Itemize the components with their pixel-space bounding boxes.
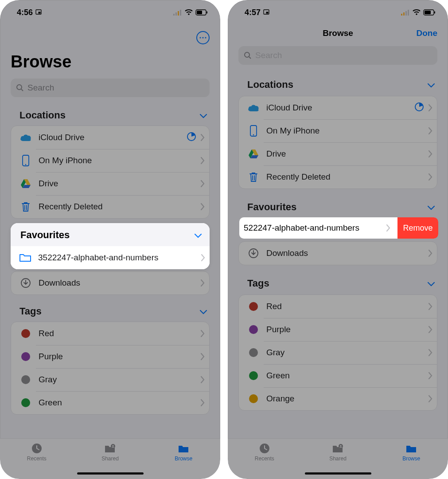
row-drive[interactable]: Drive <box>239 142 437 165</box>
row-tag-purple[interactable]: Purple <box>239 318 437 341</box>
done-button[interactable]: Done <box>417 28 438 38</box>
svg-point-11 <box>202 37 203 38</box>
row-tag-green[interactable]: Green <box>11 391 209 414</box>
row-label: 3522247-alphabet-and-numbers <box>38 253 201 263</box>
svg-point-46 <box>340 445 342 447</box>
svg-rect-28 <box>403 12 405 16</box>
chevron-down-icon <box>195 229 202 241</box>
shared-folder-icon <box>103 442 117 455</box>
row-icloud-drive[interactable]: iCloud Drive <box>11 126 209 149</box>
svg-rect-5 <box>180 10 181 16</box>
row-recently-deleted[interactable]: Recently Deleted <box>239 165 437 188</box>
row-label: Purple <box>39 352 201 361</box>
section-header-tags[interactable]: Tags <box>228 268 448 294</box>
row-label: Downloads <box>266 248 429 258</box>
row-tag-red[interactable]: Red <box>11 322 209 345</box>
status-time: 4:56 <box>17 8 33 17</box>
row-label: Orange <box>266 394 429 404</box>
row-on-my-iphone[interactable]: On My iPhone <box>239 119 437 142</box>
google-drive-icon <box>246 146 261 161</box>
chevron-right-icon <box>201 157 205 164</box>
section-header-tags[interactable]: Tags <box>0 298 220 321</box>
row-label: Purple <box>266 325 429 334</box>
chevron-right-icon <box>201 134 205 141</box>
row-tag-gray[interactable]: Gray <box>239 341 437 364</box>
battery-icon <box>423 9 436 16</box>
tab-browse[interactable]: Browse <box>385 442 438 462</box>
tab-recents[interactable]: Recents <box>10 442 63 462</box>
folder-icon <box>177 442 190 455</box>
row-on-my-iphone[interactable]: On My iPhone <box>11 149 209 172</box>
trash-icon <box>18 199 33 214</box>
row-downloads[interactable]: Downloads <box>239 242 437 265</box>
section-header-favourites[interactable]: Favourites <box>228 192 448 217</box>
clock-icon <box>30 442 43 455</box>
search-placeholder: Search <box>27 83 54 93</box>
search-input[interactable]: Search <box>11 79 210 97</box>
chevron-right-icon <box>201 376 205 383</box>
tab-shared[interactable]: Shared <box>311 442 364 462</box>
more-button[interactable] <box>196 31 210 44</box>
iphone-icon <box>18 153 33 168</box>
tab-label: Shared <box>101 455 119 462</box>
tab-bar: Recents Shared Browse <box>0 438 220 479</box>
favourites-highlight: Favourites 3522247-alphabet-and-numbers <box>11 223 210 269</box>
row-tag-red[interactable]: Red <box>239 295 437 318</box>
row-tag-gray[interactable]: Gray <box>11 368 209 391</box>
chevron-right-icon <box>429 395 432 402</box>
row-drive[interactable]: Drive <box>11 172 209 195</box>
battery-icon <box>195 9 208 16</box>
search-input[interactable]: Search <box>238 46 437 65</box>
tab-browse[interactable]: Browse <box>157 442 210 462</box>
section-header-locations[interactable]: Locations <box>0 102 220 125</box>
sync-progress-icon <box>187 132 196 143</box>
row-icloud-drive[interactable]: iCloud Drive <box>239 96 437 119</box>
home-indicator[interactable] <box>305 472 371 475</box>
svg-point-10 <box>199 37 201 38</box>
row-favourite-folder[interactable]: 3522247-alphabet-and-numbers <box>11 246 210 269</box>
tab-shared[interactable]: Shared <box>83 442 136 462</box>
row-tag-purple[interactable]: Purple <box>11 345 209 368</box>
favourites-list: Downloads <box>11 271 210 295</box>
section-title: Locations <box>247 79 293 90</box>
chevron-right-icon <box>386 224 390 232</box>
tab-label: Recents <box>27 455 47 462</box>
chevron-right-icon <box>201 254 205 261</box>
row-label: Red <box>266 302 429 311</box>
tab-label: Recents <box>255 455 274 462</box>
tab-recents[interactable]: Recents <box>238 442 291 462</box>
home-indicator[interactable] <box>77 472 144 475</box>
wifi-icon <box>413 9 421 16</box>
svg-point-13 <box>17 85 22 90</box>
section-header-favourites[interactable]: Favourites <box>11 223 210 246</box>
search-icon <box>16 84 24 92</box>
section-header-locations[interactable]: Locations <box>228 69 448 95</box>
status-bar: 4:56 <box>0 0 220 22</box>
chevron-down-icon <box>200 110 207 121</box>
chevron-right-icon <box>429 303 432 310</box>
tab-label: Shared <box>329 455 347 462</box>
row-label: Recently Deleted <box>266 172 429 182</box>
download-icon <box>18 275 33 291</box>
tag-dot-purple <box>249 325 258 334</box>
google-drive-icon <box>18 176 33 191</box>
row-label: iCloud Drive <box>39 133 187 142</box>
locations-list: iCloud Drive On My iPhone Drive Recently… <box>238 96 437 189</box>
remove-button[interactable]: Remove <box>397 217 438 239</box>
ellipsis-icon <box>199 37 206 39</box>
svg-rect-2 <box>173 14 175 16</box>
row-recently-deleted[interactable]: Recently Deleted <box>11 195 209 218</box>
download-icon <box>246 246 261 261</box>
svg-rect-27 <box>401 14 402 16</box>
svg-rect-1 <box>39 12 41 13</box>
row-label: iCloud Drive <box>266 103 414 113</box>
tag-dot-green <box>249 371 258 380</box>
svg-line-14 <box>21 89 23 91</box>
icloud-icon <box>246 100 261 115</box>
row-favourite-folder[interactable]: 522247-alphabet-and-numbers <box>239 217 397 239</box>
row-tag-green[interactable]: Green <box>239 364 437 387</box>
row-downloads[interactable]: Downloads <box>11 271 209 294</box>
chevron-right-icon <box>429 372 432 379</box>
row-tag-orange[interactable]: Orange <box>239 387 437 410</box>
tag-dot-red <box>21 329 30 338</box>
